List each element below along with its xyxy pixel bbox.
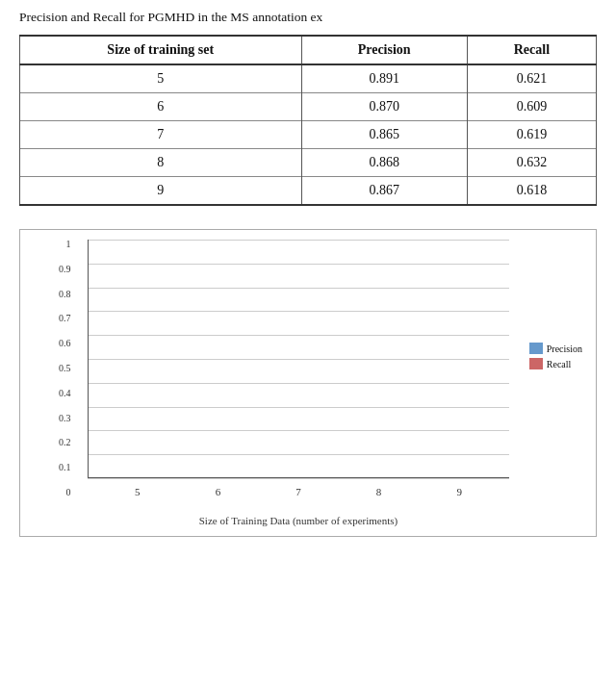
legend-precision-label: Precision xyxy=(547,344,582,354)
col-header-recall: Recall xyxy=(467,36,596,64)
y-axis-label: 0.7 xyxy=(59,314,71,323)
legend-precision: Precision xyxy=(529,343,582,354)
y-axis-label: 0.6 xyxy=(59,339,71,348)
table-cell-recall: 0.621 xyxy=(467,64,596,93)
col-header-precision: Precision xyxy=(301,36,467,64)
legend-recall: Recall xyxy=(529,358,582,369)
y-axis-label: 0.1 xyxy=(59,463,71,472)
x-axis-label: 8 xyxy=(339,486,420,497)
table-row: 80.8680.632 xyxy=(20,149,597,177)
table-row: 50.8910.621 xyxy=(20,64,597,93)
x-axis-label: 7 xyxy=(258,486,339,497)
table-cell-training_size: 6 xyxy=(20,93,302,121)
table-cell-recall: 0.632 xyxy=(467,149,596,177)
y-axis-label: 0.3 xyxy=(59,414,71,423)
table-cell-training_size: 7 xyxy=(20,121,302,149)
table-cell-recall: 0.609 xyxy=(467,93,596,121)
table-row: 90.8670.618 xyxy=(20,177,597,206)
table-cell-training_size: 5 xyxy=(20,64,302,93)
table-cell-precision: 0.867 xyxy=(301,177,467,206)
x-axis-title: Size of Training Data (number of experim… xyxy=(88,515,509,526)
legend-recall-label: Recall xyxy=(547,359,572,369)
grid-line xyxy=(88,478,509,479)
legend-recall-color xyxy=(529,358,543,369)
legend-precision-color xyxy=(529,343,543,354)
y-axis-label: 0 xyxy=(66,488,71,497)
table-cell-precision: 0.891 xyxy=(301,64,467,93)
table-cell-training_size: 8 xyxy=(20,149,302,177)
y-axis-label: 0.9 xyxy=(59,265,71,274)
x-axis-label: 5 xyxy=(97,486,178,497)
table-cell-training_size: 9 xyxy=(20,177,302,206)
table-cell-precision: 0.870 xyxy=(301,93,467,121)
table-cell-precision: 0.865 xyxy=(301,121,467,149)
page-title: Precision and Recall for PGMHD in the MS… xyxy=(19,10,597,25)
bar-chart: 10.90.80.70.60.50.40.30.20.10 56789 Size… xyxy=(19,229,597,537)
table-row: 70.8650.619 xyxy=(20,121,597,149)
y-axis-label: 0.8 xyxy=(59,290,71,299)
x-axis-label: 6 xyxy=(178,486,259,497)
table-cell-recall: 0.619 xyxy=(467,121,596,149)
y-axis-label: 0.2 xyxy=(59,438,71,447)
bars-area xyxy=(88,240,509,478)
col-header-training-size: Size of training set xyxy=(20,36,302,64)
table-row: 60.8700.609 xyxy=(20,93,597,121)
y-axis-label: 0.5 xyxy=(59,364,71,373)
chart-legend: Precision Recall xyxy=(529,343,582,369)
table-cell-precision: 0.868 xyxy=(301,149,467,177)
y-axis-label: 1 xyxy=(66,240,71,249)
x-labels: 56789 xyxy=(88,486,509,497)
data-table: Size of training set Precision Recall 50… xyxy=(19,35,597,206)
x-axis-label: 9 xyxy=(419,486,500,497)
y-axis: 10.90.80.70.60.50.40.30.20.10 xyxy=(59,240,75,497)
y-axis-label: 0.4 xyxy=(59,389,71,398)
table-cell-recall: 0.618 xyxy=(467,177,596,206)
